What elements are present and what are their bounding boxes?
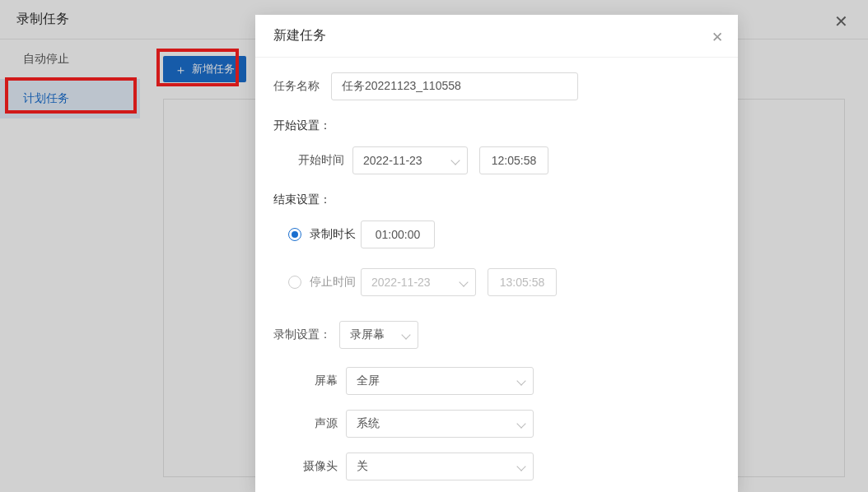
start-time-row: 开始时间 2022-11-23 12:05:58: [273, 146, 720, 174]
task-name-input[interactable]: 任务20221123_110558: [331, 72, 578, 100]
end-section-title: 结束设置：: [273, 193, 720, 207]
task-name-label: 任务名称: [273, 79, 331, 94]
stop-time-radio[interactable]: [288, 276, 301, 289]
audio-value: 系统: [357, 416, 380, 431]
modal-header: 新建任务 ✕: [255, 15, 738, 58]
duration-radio[interactable]: [288, 228, 301, 241]
audio-row: 声源 系统: [273, 410, 720, 438]
duration-row: 录制时长 01:00:00: [288, 220, 720, 248]
stop-date-value: 2022-11-23: [371, 276, 431, 289]
chevron-down-icon: [459, 277, 468, 286]
chevron-down-icon: [401, 330, 410, 339]
stop-time-label: 停止时间: [310, 275, 361, 290]
start-date-value: 2022-11-23: [363, 154, 422, 167]
rec-mode-select[interactable]: 录屏幕: [339, 321, 418, 349]
rec-section-title: 录制设置：: [273, 327, 339, 342]
duration-input[interactable]: 01:00:00: [361, 220, 435, 248]
start-time-input[interactable]: 12:05:58: [479, 146, 548, 174]
audio-label: 声源: [282, 416, 346, 431]
camera-row: 摄像头 关: [273, 453, 720, 480]
modal-close-icon[interactable]: ✕: [712, 29, 723, 46]
chevron-down-icon: [516, 419, 525, 428]
screen-label: 屏幕: [282, 374, 346, 388]
start-time-value: 12:05:58: [492, 154, 537, 167]
modal-body: 任务名称 任务20221123_110558 开始设置： 开始时间 2022-1…: [255, 58, 738, 492]
chevron-down-icon: [450, 155, 460, 165]
stop-date-picker[interactable]: 2022-11-23: [361, 268, 476, 296]
rec-settings-row: 录制设置： 录屏幕: [273, 321, 720, 349]
task-name-value: 任务20221123_110558: [342, 79, 461, 94]
new-task-modal: 新建任务 ✕ 任务名称 任务20221123_110558 开始设置： 开始时间…: [255, 15, 738, 492]
chevron-down-icon: [516, 462, 525, 471]
chevron-down-icon: [516, 376, 525, 385]
screen-value: 全屏: [357, 374, 380, 388]
start-date-picker[interactable]: 2022-11-23: [352, 146, 468, 174]
rec-mode-value: 录屏幕: [350, 327, 385, 342]
stop-time-row: 停止时间 2022-11-23 13:05:58: [288, 268, 720, 296]
duration-value: 01:00:00: [376, 228, 421, 241]
start-section-title: 开始设置：: [273, 118, 720, 133]
modal-title: 新建任务: [273, 27, 326, 44]
stop-time-value: 13:05:58: [500, 276, 545, 289]
audio-select[interactable]: 系统: [346, 410, 534, 438]
stop-time-input[interactable]: 13:05:58: [488, 268, 557, 296]
screen-row: 屏幕 全屏: [273, 367, 720, 395]
camera-select[interactable]: 关: [346, 453, 534, 480]
start-time-label: 开始时间: [288, 153, 352, 168]
task-name-row: 任务名称 任务20221123_110558: [273, 72, 720, 100]
screen-select[interactable]: 全屏: [346, 367, 534, 395]
duration-label: 录制时长: [310, 227, 361, 242]
camera-value: 关: [357, 459, 368, 474]
camera-label: 摄像头: [282, 459, 346, 474]
